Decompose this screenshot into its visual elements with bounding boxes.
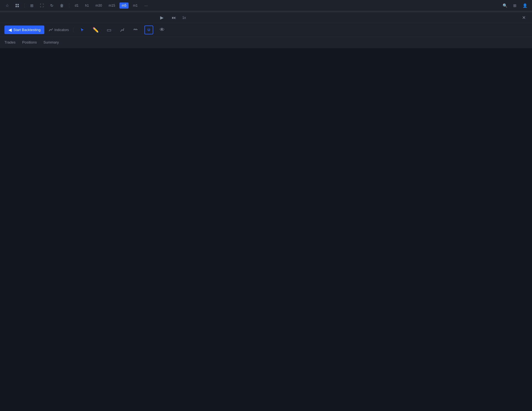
tf-h1[interactable]: h1 — [83, 2, 91, 9]
tf-m1[interactable]: m1 — [131, 2, 140, 9]
refresh-icon[interactable]: ↻ — [48, 2, 56, 9]
search-icon[interactable]: 🔍 — [501, 2, 509, 9]
time-scale-eurusd-m5: 20:00 26日 27日 01:30 — [150, 12, 511, 12]
cursor-tool-button[interactable] — [78, 26, 87, 34]
time-scale-audusd-h1: 23日 24日 26日 — [0, 11, 129, 11]
tf-m5[interactable]: m5 — [119, 2, 129, 9]
playback-bar: ▶ ⏭ 1x ✕ — [0, 12, 532, 23]
fast-forward-button[interactable]: ⏭ — [170, 14, 178, 22]
start-backtesting-button[interactable]: ◀ Start Backtesting — [4, 26, 44, 34]
tab-trades[interactable]: Trades — [4, 39, 16, 46]
current-price-badge-eurusd-h1: 1.10325 — [136, 12, 149, 12]
toolbar-right: 🔍 ⊞ 👤 — [501, 2, 529, 9]
indicators-label: Indicators — [54, 28, 69, 32]
tf-m15[interactable]: m15 — [106, 2, 117, 9]
delete-icon[interactable]: 🗑 — [58, 2, 66, 9]
close-playback-button[interactable]: ✕ — [520, 14, 528, 22]
svg-rect-3 — [17, 6, 19, 7]
indicators-icon — [49, 28, 53, 32]
more-tf-icon[interactable]: ··· — [142, 2, 150, 9]
eye-tool-button[interactable]: 👁 — [158, 26, 167, 34]
bt-toolbar: ◀ Start Backtesting Indicators ✏️ ▭ U 👁 — [0, 23, 532, 37]
play-button[interactable]: ▶ — [158, 14, 166, 22]
tabs-bar: Trades Positions Summary — [0, 37, 532, 48]
underline-tool-button[interactable]: U — [144, 26, 153, 34]
indicators-button[interactable]: Indicators — [49, 28, 69, 32]
toolbar-sep — [73, 27, 73, 33]
chart-grid: ⠿ AUDUSD h1 O 0.68137 C 0.68107 H 0.6815… — [0, 11, 532, 12]
layout-icon[interactable]: ⊞ — [28, 2, 36, 9]
watchlist-icon[interactable]: ☆ — [3, 2, 11, 9]
chart-eurusd-m5: ⠿ EURUSD m5 O 1.10313 C 1.10325 H 1.1032… — [150, 12, 532, 12]
sep2 — [69, 3, 69, 8]
profile-icon[interactable]: 👤 — [521, 2, 529, 9]
pencil-tool-button[interactable]: ✏️ — [91, 26, 100, 34]
cursor-icon — [80, 28, 85, 32]
time-scale-eurusd-h1: 23日 24日 26日 — [0, 12, 129, 12]
time-scale-audusd-m5: 20:00 26日 27日 01:30 — [150, 11, 511, 11]
rectangle-tool-button[interactable]: ▭ — [104, 26, 113, 34]
svg-rect-2 — [16, 6, 17, 7]
chart-eurusd-h1: ⠿ EURUSD h1 O 1.10322 C 1.10312 H 1.1032… — [0, 12, 150, 12]
svg-rect-1 — [17, 4, 19, 5]
backtesting-arrow-icon: ◀ — [8, 27, 12, 32]
tf-m30[interactable]: m30 — [93, 2, 104, 9]
top-toolbar: ☆ ⊞ ⛶ ↻ 🗑 d1 h1 m30 m15 m5 m1 ··· 🔍 ⊞ 👤 — [0, 0, 532, 11]
tab-summary[interactable]: Summary — [44, 39, 59, 46]
price-scale-eurusd-m5: 1.10380 1.10360 1.10340 1.10320 1.10300 … — [511, 12, 531, 12]
layout-save-icon[interactable] — [13, 2, 21, 9]
current-price-badge-eurusd-m5: 1.10325 — [518, 12, 531, 12]
sep1 — [24, 3, 25, 8]
layout-grid-icon[interactable]: ⊞ — [511, 2, 519, 9]
svg-rect-0 — [16, 4, 17, 5]
tf-d1[interactable]: d1 — [73, 2, 81, 9]
path-tool-button[interactable] — [118, 26, 127, 34]
tab-positions[interactable]: Positions — [22, 39, 37, 46]
speed-label: 1x — [182, 16, 186, 20]
start-backtesting-label: Start Backtesting — [13, 28, 40, 32]
zigzag-tool-button[interactable] — [131, 26, 140, 34]
price-scale-eurusd-h1: 1.11200 1.11000 1.10800 1.10600 1.10400 … — [129, 12, 149, 12]
fullscreen-icon[interactable]: ⛶ — [38, 2, 46, 9]
